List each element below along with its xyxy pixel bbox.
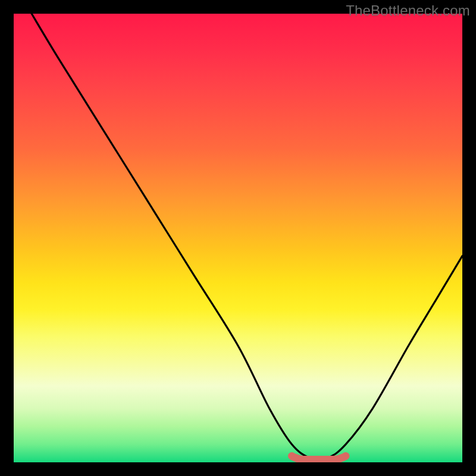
chart-frame: TheBottleneck.com [0, 0, 476, 476]
watermark-label: TheBottleneck.com [346, 2, 470, 19]
plot-area [14, 14, 462, 462]
bottleneck-curve [14, 14, 462, 462]
curve-path [32, 14, 462, 459]
optimal-range-marker [292, 456, 345, 459]
